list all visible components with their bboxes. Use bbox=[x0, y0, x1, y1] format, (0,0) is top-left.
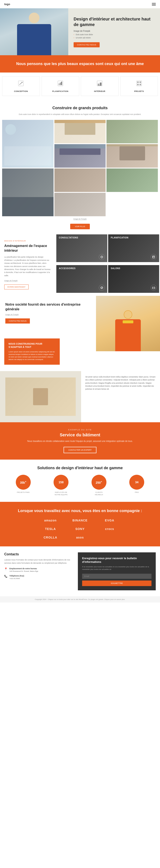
footer-text: Copyright 2024 - Cliquez sur ce texte po… bbox=[2, 598, 158, 600]
feature-conception[interactable]: CONCEPTION bbox=[2, 76, 40, 96]
hero-content: Design d'intérieur et architecture haut … bbox=[68, 12, 160, 52]
service-tile-planification-label: PLANIFICATION bbox=[111, 237, 128, 239]
company-contact-button[interactable]: CONTACTEZ-NOUS bbox=[5, 318, 30, 323]
hero-list-item-1: Duis aute irure dolor bbox=[73, 33, 155, 36]
footer: Copyright 2024 - Cliquez sur ce texte po… bbox=[0, 596, 160, 602]
hero-image bbox=[0, 8, 68, 55]
feature-planification[interactable]: PLANIFICATION bbox=[42, 76, 79, 96]
stat-prix: 34 PRIX bbox=[129, 475, 144, 496]
planification-tile-icon bbox=[151, 254, 157, 260]
service-tile-salons[interactable]: SALONS bbox=[108, 265, 159, 293]
services-label: DESIGN D'INTÉRIEUR bbox=[4, 240, 51, 242]
newsletter-desc: À la newsletter plus toutes les actualit… bbox=[82, 566, 152, 571]
partner-tesla: TESLA bbox=[37, 526, 64, 531]
example-title: Service du bâtiment bbox=[8, 433, 152, 437]
orange-box: NOUS CONSTRUISONS POUR S'ADAPTER À TOUT … bbox=[4, 338, 60, 365]
service-tile-consultations[interactable]: CONSULTATIONS bbox=[56, 235, 107, 262]
stat-projets: 35k+ PROJETS FINIS bbox=[16, 475, 31, 496]
stat-number-prix: 34 bbox=[135, 480, 138, 484]
phone-label: Téléphone (Fax) bbox=[9, 575, 24, 577]
accessoires-icon bbox=[99, 285, 105, 291]
svg-rect-5 bbox=[61, 82, 62, 85]
services-cta-button[interactable]: ÉCRIRE MAINTENANT bbox=[4, 284, 29, 289]
svg-rect-13 bbox=[137, 84, 139, 85]
stat-number-projets: 35k+ bbox=[20, 480, 27, 484]
example-desc: Nous travaillons en étroite collaboratio… bbox=[8, 439, 152, 443]
feature-planification-label: PLANIFICATION bbox=[52, 90, 68, 92]
stat-circle-employes: 158 bbox=[54, 475, 68, 490]
hero-list: Duis aute irure dolor Ut enim ad minim bbox=[73, 33, 155, 39]
service-tile-accessoires[interactable]: ACCESSOIRES bbox=[56, 265, 107, 293]
hero-list-item-2: Ut enim ad minim bbox=[73, 36, 155, 39]
contacts-left-panel: Contacts Laissez-nous Formatez de contac… bbox=[4, 552, 73, 590]
pencil-icon bbox=[17, 80, 25, 87]
company-image-caption: Image de Freepik bbox=[5, 313, 91, 315]
contacts-newsletter-panel: Enregistrez-vous pour recevoir le bullet… bbox=[78, 552, 156, 590]
contacts-section: Contacts Laissez-nous Formatez de contac… bbox=[0, 547, 160, 596]
stats-row: 35k+ PROJETS FINIS 158 EMPLOYÉS DE NOTRE… bbox=[4, 475, 156, 496]
build-title: Construire de grands produits bbox=[4, 106, 156, 110]
feature-interieur-label: INTÉRIEUR bbox=[94, 90, 105, 92]
stat-label-employes: EMPLOYÉS DE NOTRE ÉQUIPE bbox=[54, 491, 68, 496]
svg-rect-12 bbox=[139, 82, 141, 83]
gallery-item-8 bbox=[106, 168, 158, 192]
example-section: EXEMPLE DU SITE Service du bâtiment Nous… bbox=[0, 422, 160, 460]
stats-title: Solutions de design d'intérieur haut de … bbox=[4, 466, 156, 470]
stat-number-employes: 158 bbox=[59, 480, 64, 484]
interior-icon bbox=[96, 80, 103, 87]
partner-asos: asos bbox=[67, 535, 93, 540]
partner-crocs: crocs bbox=[96, 526, 123, 531]
gallery-item-2 bbox=[55, 120, 106, 143]
service-tile-salons-label: SALONS bbox=[111, 267, 120, 270]
hero-image-caption: Image de Freepik bbox=[73, 30, 155, 32]
services-tiles-grid: CONSULTATIONS PLANIFICATION ACCESSOIRES … bbox=[56, 234, 160, 296]
feature-projets[interactable]: PROJETS bbox=[120, 76, 158, 96]
services-left-panel: DESIGN D'INTÉRIEUR Aménagement de l'espa… bbox=[0, 234, 56, 296]
address-label: Emplacement de notre bureau bbox=[9, 567, 38, 570]
svg-rect-7 bbox=[98, 84, 99, 86]
consultations-icon bbox=[99, 254, 105, 260]
partner-sony: SONY bbox=[67, 526, 93, 531]
newsletter-submit-button[interactable]: SOUMETTRE bbox=[82, 581, 152, 586]
build-section-title: Construire de grands produits bbox=[0, 100, 160, 113]
address-text: 140 Rosewood Dr. Russel, Baton-Rge bbox=[9, 570, 38, 572]
partners-section: Lorsque vous travaillez avec nous, vous … bbox=[0, 502, 160, 547]
example-cta-button[interactable]: CONTACTER UN EXPERT bbox=[64, 447, 96, 453]
newsletter-email-input[interactable] bbox=[82, 574, 152, 579]
services-desc: La planification fait partie intégrante … bbox=[4, 255, 51, 277]
contacts-address: 📍 Emplacement de notre bureau 140 Rosewo… bbox=[4, 567, 73, 572]
two-col-text: Sit amet varius nulla tincidunt lorem te… bbox=[85, 375, 156, 391]
location-icon: 📍 bbox=[4, 567, 8, 571]
services-image-caption: Image de Freepik bbox=[4, 280, 51, 281]
phone-text: +313.42.5000 bbox=[9, 577, 24, 580]
partner-crolla: CROLLA bbox=[37, 535, 64, 540]
projects-icon bbox=[135, 80, 143, 87]
contacts-title: Contacts bbox=[4, 552, 73, 556]
gallery-item-1 bbox=[2, 120, 54, 167]
gallery-item-4 bbox=[55, 144, 106, 167]
hero-cta-button[interactable]: CONTACTEZ-NOUS bbox=[73, 42, 100, 48]
service-tile-consultations-label: CONSULTATIONS bbox=[59, 237, 78, 239]
svg-rect-18 bbox=[153, 256, 155, 258]
build-desc: Duis aute irure dolor in reprehenderit i… bbox=[0, 113, 160, 120]
stat-circle-prix: 34 bbox=[129, 475, 144, 490]
service-tile-accessoires-label: ACCESSOIRES bbox=[59, 267, 75, 270]
stat-number-clients: 250+ bbox=[96, 480, 102, 484]
voir-plus-button[interactable]: VOIR PLUS bbox=[70, 224, 90, 229]
two-col-section: Sit amet varius nulla tincidunt lorem te… bbox=[0, 371, 160, 422]
hamburger-menu-icon[interactable] bbox=[152, 3, 156, 5]
services-section: DESIGN D'INTÉRIEUR Aménagement de l'espa… bbox=[0, 234, 160, 296]
chart-icon bbox=[57, 80, 64, 87]
stat-employes: 158 EMPLOYÉS DE NOTRE ÉQUIPE bbox=[54, 475, 68, 496]
stat-circle-clients: 250+ bbox=[92, 475, 106, 490]
service-tile-planification[interactable]: PLANIFICATION bbox=[108, 235, 159, 262]
newsletter-title: Enregistrez-vous pour recevoir le bullet… bbox=[82, 557, 152, 564]
stat-clients: 250+ CLIENTS HEUREUX bbox=[92, 475, 106, 496]
navigation: logo bbox=[0, 0, 160, 8]
services-title: Aménagement de l'espace intérieur bbox=[4, 244, 51, 253]
feature-interieur[interactable]: INTÉRIEUR bbox=[81, 76, 119, 96]
company-title: Notre société fournit des services d'ent… bbox=[5, 302, 91, 312]
svg-rect-14 bbox=[139, 84, 141, 85]
hero-title: Design d'intérieur et architecture haut … bbox=[73, 16, 155, 27]
svg-point-17 bbox=[101, 257, 102, 258]
